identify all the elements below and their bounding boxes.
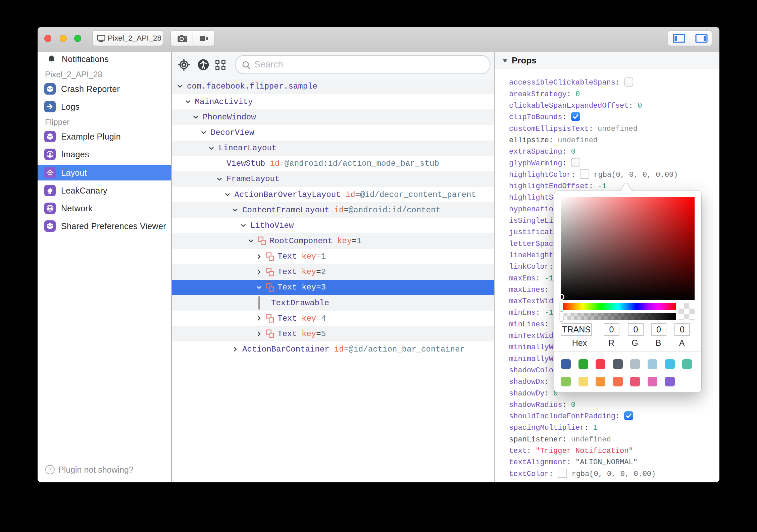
svg-text:?: ? xyxy=(48,467,51,473)
